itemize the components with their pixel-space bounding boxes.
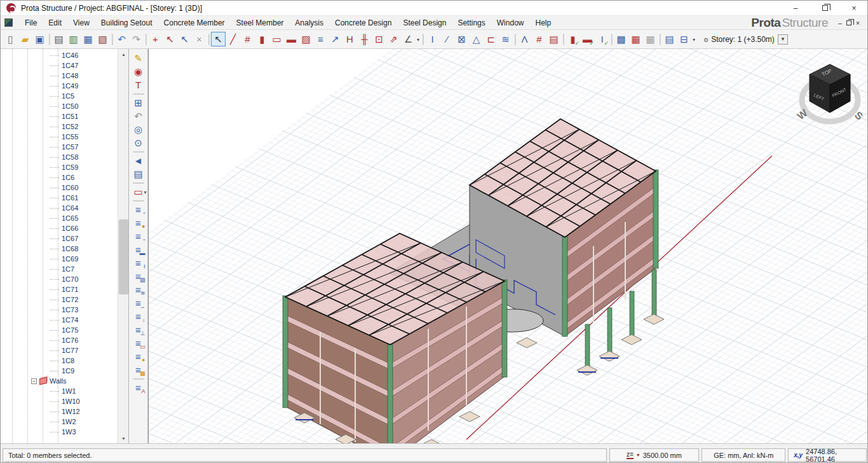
sketch-pencil-icon[interactable]: ✎ [131, 52, 146, 65]
menu-item[interactable]: Concrete Member [158, 16, 231, 29]
menu-item[interactable]: Steel Design [397, 16, 452, 29]
tree-item-column[interactable]: 1C6 [1, 172, 118, 183]
tree-item-column[interactable]: 1C59 [1, 162, 118, 172]
show-loads-icon[interactable]: ≡↓ [131, 310, 146, 323]
close-button[interactable]: × [839, 1, 868, 15]
draw-member-icon[interactable]: ╱ [226, 32, 240, 46]
wall-icon[interactable]: ▭ [269, 32, 284, 46]
pond-truss-icon[interactable]: Λ [517, 32, 532, 46]
axes-icon[interactable]: # [240, 32, 255, 46]
dimension-text-icon[interactable]: T [131, 78, 146, 92]
new-model-icon[interactable]: ▯ [3, 32, 18, 46]
zoom-extents-icon[interactable]: ◎ [131, 123, 146, 136]
child-minimize-button[interactable]: – [836, 19, 844, 27]
batch-print-icon[interactable]: ▥ [66, 32, 81, 46]
units-indicator[interactable]: GE: mm, Anl: kN-m [702, 448, 785, 462]
tree-item-column[interactable]: 1C48 [1, 71, 118, 81]
tree-item-column[interactable]: 1C49 [1, 81, 118, 91]
tree-item-column[interactable]: 1C46 [1, 50, 118, 60]
child-restore-button[interactable] [846, 20, 851, 25]
tree-item-column[interactable]: 1C58 [1, 152, 118, 162]
menu-item[interactable]: Help [529, 16, 557, 29]
ramp-icon[interactable]: ⇗ [386, 32, 401, 46]
steel-column-icon[interactable]: I [425, 32, 440, 46]
pile-icon[interactable]: ╫ [357, 32, 372, 46]
tree-item-column[interactable]: 1C47 [1, 60, 118, 71]
scroll-up-icon[interactable]: ▲ [118, 49, 129, 59]
steel-design-icon[interactable]: I✓ [595, 32, 609, 46]
slab-icon[interactable]: ▨ [299, 32, 313, 46]
tree-item-column[interactable]: 1C8 [1, 356, 118, 366]
open-project-icon[interactable]: ▰ [18, 32, 32, 46]
column-design-icon[interactable]: ▮✓ [566, 32, 580, 46]
pattern-view-icon[interactable]: ▩ [614, 32, 628, 46]
tree-item-wall[interactable]: 1W10 [1, 396, 118, 406]
tree-item-column[interactable]: 1C57 [1, 142, 118, 152]
tree-item-column[interactable]: 1C66 [1, 223, 118, 233]
purlin-icon[interactable]: ⊏ [484, 32, 498, 46]
tree-item-column[interactable]: 1C77 [1, 345, 118, 356]
steel-deck-icon[interactable]: ≋ [498, 32, 513, 46]
tree-item-column[interactable]: 1C9 [1, 366, 118, 376]
member-info-icon[interactable]: ▤ [131, 167, 146, 181]
frame-icon[interactable]: ▤ [546, 32, 561, 46]
solid-mesh-icon[interactable]: ▦ [628, 32, 643, 46]
zoom-window-icon[interactable]: ⊞ [131, 96, 146, 109]
steel-brace-icon[interactable]: ⊠ [454, 32, 469, 46]
tree-item-column[interactable]: 1C75 [1, 325, 118, 335]
tree-item-column[interactable]: 1C71 [1, 284, 118, 294]
print-icon[interactable]: ▤ [51, 32, 66, 46]
show-stairs-icon[interactable]: ≡≋ [131, 283, 146, 296]
minimize-button[interactable]: – [781, 1, 810, 15]
view-undo-icon[interactable]: ↶ [131, 109, 146, 123]
show-beams-icon[interactable]: ≡I [131, 256, 146, 270]
tree-item-column[interactable]: 1C61 [1, 193, 118, 203]
delete-member-icon[interactable]: × [192, 32, 207, 46]
menu-item[interactable]: Building Setout [95, 16, 158, 29]
tree-item-column[interactable]: 1C74 [1, 315, 118, 325]
beam-icon[interactable]: ▬ [284, 32, 299, 46]
select-pointer-icon[interactable]: ↖ [211, 32, 226, 46]
view-direction-icon[interactable]: ◄ [131, 154, 146, 167]
tree-item-column[interactable]: 1C73 [1, 305, 118, 315]
tree-item-column[interactable]: 1C76 [1, 335, 118, 345]
menu-item[interactable]: File [19, 16, 43, 29]
scroll-down-icon[interactable]: ▼ [118, 433, 129, 443]
child-close-button[interactable]: × [853, 19, 862, 27]
rc-member-arrow-icon[interactable]: ↗ [328, 32, 342, 46]
menu-item[interactable]: Window [491, 16, 530, 29]
tree-item-column[interactable]: 1C52 [1, 121, 118, 132]
tree-item-column[interactable]: 1C70 [1, 274, 118, 284]
storey-navigator-icon[interactable]: ⊟ [677, 32, 691, 46]
menu-item[interactable]: View [67, 16, 95, 29]
slab-region-icon[interactable]: ⊡ [372, 32, 386, 46]
tree-item-column[interactable]: 1C5 [1, 91, 118, 101]
scroll-thumb[interactable] [119, 219, 128, 294]
menu-item[interactable]: Concrete Design [329, 16, 397, 29]
truss-icon[interactable]: △ [469, 32, 484, 46]
tree-item-column[interactable]: 1C50 [1, 101, 118, 111]
model-canvas[interactable]: W S TOP LEFT FRONT [149, 49, 868, 443]
show-axes-icon[interactable]: ≡● [131, 216, 146, 230]
menu-item[interactable]: Analysis [289, 16, 329, 29]
storey-tables-icon[interactable]: ▤ [662, 32, 677, 46]
undo-icon[interactable]: ↶ [114, 32, 129, 46]
zoom-dynamic-icon[interactable]: ⊙ [131, 136, 146, 149]
show-members-icon[interactable]: ≡→ [131, 296, 146, 310]
storey-selector[interactable]: o Storey: 1 (+3.50m) ▼ [704, 34, 788, 45]
menu-item[interactable]: Steel Member [231, 16, 290, 29]
insertion-axes-icon[interactable]: + [148, 32, 163, 46]
show-labels-icon[interactable]: ≡A [131, 381, 146, 394]
show-settings-icon[interactable]: ≡▫ [131, 203, 146, 216]
redo-icon[interactable]: ↷ [129, 32, 144, 46]
show-columns-icon[interactable]: ≡▫ [131, 230, 146, 243]
pick-remove-icon[interactable]: ↖ [163, 32, 177, 46]
show-dots-icon[interactable]: ≡● [131, 350, 146, 363]
show-sections-icon[interactable]: ≡▭ [131, 336, 146, 350]
report-icon[interactable]: ▧ [95, 32, 110, 46]
mesh-grid-icon[interactable]: # [532, 32, 546, 46]
show-walls-icon[interactable]: ≡▬ [131, 243, 146, 256]
wire-mesh-icon[interactable]: ▦ [643, 32, 658, 46]
tables-icon[interactable]: ▦ [81, 32, 95, 46]
storey-level-indicator[interactable]: z= ▼ 3500.00 mm [609, 448, 700, 462]
